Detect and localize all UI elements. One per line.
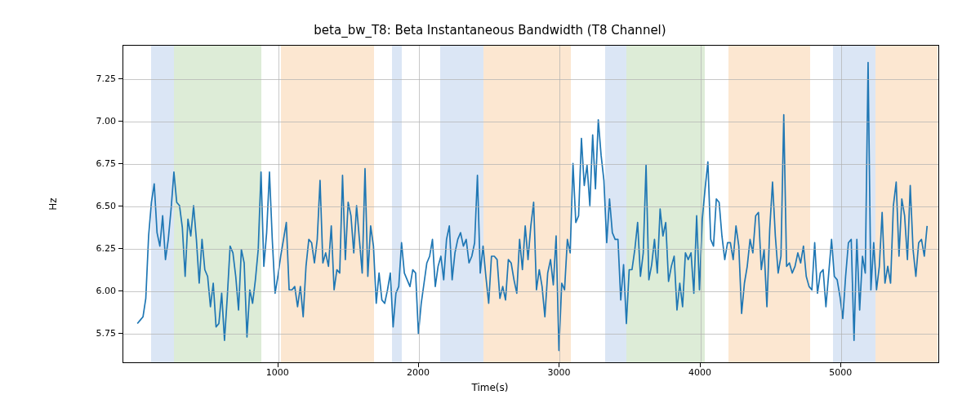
grid-line-vertical xyxy=(419,46,420,362)
line-series xyxy=(123,46,938,362)
y-tick-label: 6.25 xyxy=(83,242,116,253)
y-tick-label: 7.25 xyxy=(83,73,116,84)
grid-line-vertical xyxy=(841,46,842,362)
chart-title: beta_bw_T8: Beta Instantaneous Bandwidth… xyxy=(0,23,980,38)
x-tick-label: 2000 xyxy=(407,367,430,378)
x-tick-label: 3000 xyxy=(547,367,570,378)
y-tick-label: 6.00 xyxy=(83,285,116,295)
grid-line-horizontal xyxy=(123,334,938,335)
x-tick-label: 1000 xyxy=(266,367,289,378)
grid-line-horizontal xyxy=(123,291,938,292)
y-tick-label: 7.00 xyxy=(83,116,116,126)
x-tick-label: 4000 xyxy=(688,367,711,378)
y-tick-label: 6.50 xyxy=(83,201,116,211)
grid-line-horizontal xyxy=(123,206,938,207)
grid-line-vertical xyxy=(278,46,279,362)
y-tick xyxy=(118,333,122,334)
grid-line-horizontal xyxy=(123,122,938,122)
y-tick-label: 6.75 xyxy=(83,158,116,169)
x-axis-label: Time(s) xyxy=(0,382,980,393)
figure: beta_bw_T8: Beta Instantaneous Bandwidth… xyxy=(0,0,980,408)
y-tick xyxy=(118,78,122,79)
grid-line-horizontal xyxy=(123,79,938,80)
y-tick xyxy=(118,163,122,164)
y-tick-label: 5.75 xyxy=(83,327,116,338)
y-tick xyxy=(118,290,122,291)
grid-line-vertical xyxy=(701,46,702,362)
y-tick xyxy=(118,248,122,249)
grid-line-horizontal xyxy=(123,249,938,250)
grid-line-vertical xyxy=(559,46,560,362)
y-axis-label: Hz xyxy=(47,197,59,210)
grid-line-horizontal xyxy=(123,164,938,165)
plot-area xyxy=(122,45,939,363)
y-tick xyxy=(118,206,122,206)
x-tick-label: 5000 xyxy=(829,367,852,378)
y-tick xyxy=(118,121,122,122)
